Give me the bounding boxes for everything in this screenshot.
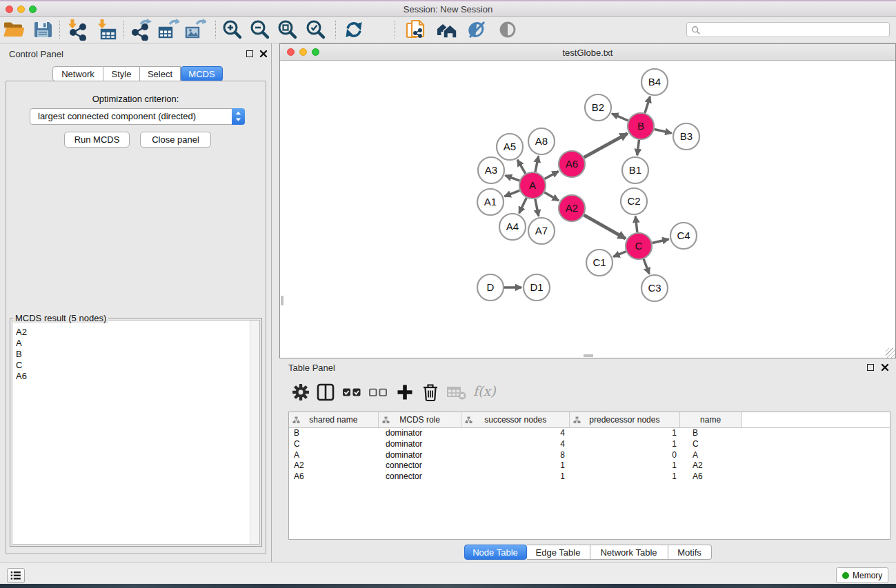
cell-predecessor_nodes[interactable]: 0 — [570, 450, 681, 461]
select-all-icon[interactable] — [341, 381, 363, 403]
table-row-B[interactable]: Bdominator41B — [289, 428, 890, 439]
cell-successor_nodes[interactable]: 4 — [462, 439, 570, 450]
cell-predecessor_nodes[interactable]: 1 — [570, 439, 681, 450]
criterion-dropdown[interactable]: largest connected component (directed) — [30, 108, 245, 125]
tab-node-table[interactable]: Node Table — [464, 545, 527, 560]
edge-C-C1[interactable] — [613, 252, 626, 257]
save-session-icon[interactable] — [32, 19, 54, 41]
cell-successor_nodes[interactable]: 1 — [462, 460, 570, 472]
edge-A-A5[interactable] — [517, 160, 526, 174]
show-columns-icon[interactable] — [315, 381, 337, 403]
export-network-icon[interactable] — [130, 19, 152, 41]
edge-A-A3[interactable] — [506, 176, 520, 181]
cell-predecessor_nodes[interactable]: 1 — [570, 472, 681, 483]
zoom-fit-icon[interactable] — [277, 19, 299, 41]
edge-C-C2[interactable] — [635, 216, 637, 232]
edge-A-A2[interactable] — [544, 192, 559, 201]
tab-network-table[interactable]: Network Table — [590, 545, 668, 560]
cell-successor_nodes[interactable]: 1 — [462, 472, 570, 483]
cell-mcds_role[interactable]: dominator — [379, 428, 462, 439]
cell-name[interactable]: A — [681, 450, 743, 461]
mcds-result-item[interactable]: A — [16, 338, 27, 349]
h-scroll-indicator[interactable] — [584, 354, 593, 357]
cell-shared_name[interactable]: B — [289, 428, 379, 439]
tab-mcds[interactable]: MCDS — [181, 66, 223, 81]
create-column-icon[interactable] — [394, 381, 416, 403]
export-table-icon[interactable] — [157, 19, 179, 41]
network-canvas[interactable]: AA1A2A3A4A5A6A7A8BB1B2B3B4CC1C2C3C4DD1 — [280, 61, 895, 358]
memory-button[interactable]: Memory — [836, 567, 888, 583]
close-panel-button-mcds[interactable]: Close panel — [140, 132, 211, 148]
delete-column-icon[interactable] — [419, 381, 441, 403]
table-row-A2[interactable]: A2connector11A2 — [289, 460, 890, 472]
task-history-button[interactable] — [7, 568, 25, 583]
table-row-A[interactable]: Adominator80A — [289, 450, 890, 461]
edge-A6-B[interactable] — [584, 134, 628, 158]
run-mcds-button[interactable]: Run MCDS — [64, 132, 130, 148]
cell-successor_nodes[interactable]: 4 — [462, 428, 570, 439]
tab-style[interactable]: Style — [103, 66, 140, 81]
cell-successor_nodes[interactable]: 8 — [462, 450, 570, 461]
tab-network[interactable]: Network — [52, 66, 103, 81]
edge-C-C4[interactable] — [652, 239, 668, 243]
cell-mcds_role[interactable]: dominator — [379, 450, 462, 461]
cell-shared_name[interactable]: A — [289, 450, 379, 461]
column-header-successor-nodes[interactable]: successor nodes — [461, 412, 570, 427]
float-table-panel-button[interactable] — [867, 364, 874, 371]
edge-B-B1[interactable] — [637, 140, 639, 155]
edge-A-A4[interactable] — [519, 198, 527, 213]
mcds-result-item[interactable]: B — [16, 349, 27, 360]
close-table-panel-button[interactable] — [881, 363, 889, 372]
cell-predecessor_nodes[interactable]: 1 — [570, 460, 681, 472]
tab-motifs[interactable]: Motifs — [668, 545, 712, 560]
open-session-icon[interactable] — [3, 19, 25, 41]
edge-C-C3[interactable] — [644, 259, 649, 274]
zoom-in-icon[interactable] — [221, 19, 243, 41]
cell-mcds_role[interactable]: connector — [379, 472, 462, 483]
tab-select[interactable]: Select — [140, 66, 181, 81]
cell-name[interactable]: C — [681, 439, 743, 450]
function-builder-icon[interactable]: f(x) — [473, 383, 495, 405]
search-input[interactable] — [704, 23, 883, 36]
deselect-all-icon[interactable] — [367, 381, 389, 403]
cell-name[interactable]: A6 — [681, 472, 743, 483]
refresh-icon[interactable] — [343, 19, 365, 41]
cell-mcds_role[interactable]: dominator — [379, 439, 462, 450]
cell-shared_name[interactable]: A6 — [289, 472, 379, 483]
duplicate-network-icon[interactable] — [405, 19, 427, 41]
zoom-selected-icon[interactable] — [305, 19, 327, 41]
cell-shared_name[interactable]: C — [289, 439, 379, 450]
result-scrollbar[interactable] — [250, 321, 259, 544]
edge-A-A1[interactable] — [504, 190, 519, 196]
hide-graphics-details-icon[interactable] — [466, 19, 488, 41]
cell-shared_name[interactable]: A2 — [289, 460, 379, 472]
table-row-A6[interactable]: A6connector11A6 — [289, 472, 890, 483]
edge-A-A6[interactable] — [545, 172, 559, 179]
column-header-predecessor-nodes[interactable]: predecessor nodes — [570, 412, 680, 427]
cell-name[interactable]: B — [681, 428, 743, 439]
table-row-C[interactable]: Cdominator41C — [289, 439, 890, 450]
import-table-icon[interactable] — [95, 19, 117, 41]
mcds-result-item[interactable]: A2 — [16, 327, 27, 338]
column-header-MCDS-role[interactable]: MCDS role — [379, 412, 462, 427]
edge-B-B4[interactable] — [645, 97, 650, 113]
resize-corner-icon[interactable] — [886, 348, 895, 358]
cell-predecessor_nodes[interactable]: 1 — [570, 428, 681, 439]
column-header-name[interactable]: name — [680, 412, 742, 427]
show-graphics-details-icon[interactable] — [497, 19, 519, 41]
float-panel-button[interactable] — [246, 50, 253, 57]
v-scroll-indicator[interactable] — [281, 296, 283, 305]
mcds-result-item[interactable]: C — [16, 360, 27, 371]
table-settings-icon[interactable] — [290, 381, 312, 403]
edge-A-A7[interactable] — [535, 199, 539, 216]
close-panel-button[interactable] — [259, 50, 268, 58]
edge-B-B2[interactable] — [612, 114, 628, 121]
cell-name[interactable]: A2 — [681, 460, 743, 472]
cell-mcds_role[interactable]: connector — [379, 460, 462, 472]
edge-B-B3[interactable] — [655, 129, 672, 133]
network-window-titlebar[interactable]: testGlobe.txt — [280, 44, 895, 61]
import-network-icon[interactable] — [66, 19, 88, 41]
tab-edge-table[interactable]: Edge Table — [527, 545, 590, 560]
search-field[interactable] — [686, 22, 890, 37]
export-image-icon[interactable] — [184, 19, 206, 41]
